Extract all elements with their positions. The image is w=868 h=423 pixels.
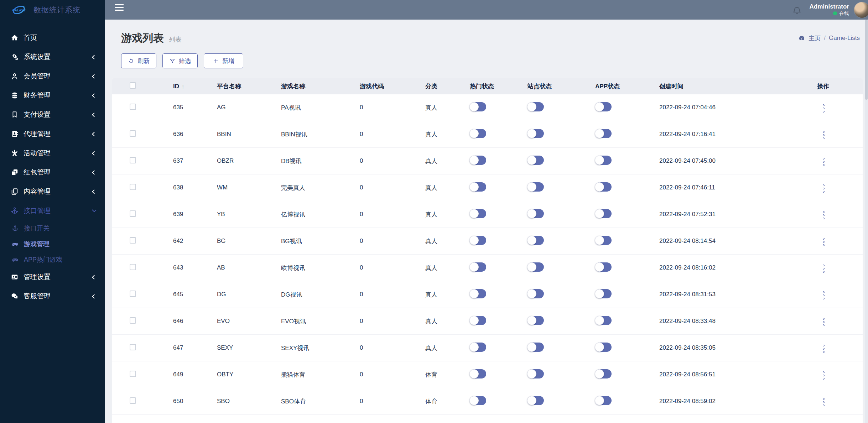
app-status-toggle[interactable] <box>595 343 612 352</box>
header-game[interactable]: 游戏名称 <box>281 82 360 90</box>
header-code[interactable]: 游戏代码 <box>360 82 425 90</box>
app-status-toggle[interactable] <box>595 102 612 111</box>
sidebar-item-接口管理[interactable]: 接口管理 <box>0 201 105 220</box>
sidebar-item-财务管理[interactable]: 财务管理 <box>0 86 105 105</box>
row-checkbox[interactable] <box>130 317 136 324</box>
row-actions-kebab-icon[interactable] <box>819 156 828 168</box>
app-status-toggle[interactable] <box>595 236 612 245</box>
row-checkbox[interactable] <box>130 371 136 377</box>
site-status-toggle[interactable] <box>527 316 544 325</box>
cell-code: 0 <box>360 344 425 351</box>
header-id[interactable]: ID↑ <box>173 83 217 90</box>
hot-status-toggle[interactable] <box>470 343 486 352</box>
hot-status-toggle[interactable] <box>470 396 486 405</box>
hot-status-toggle[interactable] <box>470 262 486 272</box>
row-checkbox[interactable] <box>130 291 136 297</box>
content-scrollbar[interactable] <box>865 20 868 423</box>
row-actions-kebab-icon[interactable] <box>819 182 828 195</box>
site-status-toggle[interactable] <box>527 209 544 218</box>
sidebar-item-游戏管理[interactable]: 游戏管理 <box>0 236 105 252</box>
notification-bell-icon[interactable] <box>792 6 802 15</box>
refresh-button[interactable]: 刷新 <box>121 53 156 68</box>
hot-status-toggle[interactable] <box>470 289 486 298</box>
hot-status-toggle[interactable] <box>470 102 486 111</box>
row-checkbox[interactable] <box>130 264 136 270</box>
hot-status-toggle[interactable] <box>470 129 486 138</box>
app-status-toggle[interactable] <box>595 156 612 165</box>
sidebar-item-代理管理[interactable]: 代理管理 <box>0 124 105 143</box>
sidebar-item-接口开关[interactable]: 接口开关 <box>0 220 105 236</box>
row-actions-kebab-icon[interactable] <box>819 396 828 408</box>
row-checkbox[interactable] <box>130 130 136 137</box>
row-actions-kebab-icon[interactable] <box>819 209 828 221</box>
sidebar-item-管理设置[interactable]: 管理设置 <box>0 267 105 287</box>
hot-status-toggle[interactable] <box>470 156 486 165</box>
hamburger-menu-icon[interactable] <box>115 4 124 11</box>
header-actions: 操作 <box>817 82 863 90</box>
row-actions-kebab-icon[interactable] <box>819 262 828 275</box>
sidebar-item-系统设置[interactable]: 系统设置 <box>0 47 105 67</box>
row-checkbox[interactable] <box>130 344 136 350</box>
row-checkbox[interactable] <box>130 237 136 244</box>
sidebar-item-客服管理[interactable]: 客服管理 <box>0 287 105 306</box>
row-checkbox[interactable] <box>130 157 136 163</box>
header-site-status[interactable]: 站点状态 <box>527 82 595 90</box>
hot-status-toggle[interactable] <box>470 316 486 325</box>
row-actions-kebab-icon[interactable] <box>819 369 828 382</box>
app-status-toggle[interactable] <box>595 396 612 405</box>
row-actions-kebab-icon[interactable] <box>819 289 828 302</box>
sidebar-item-红包管理[interactable]: 红包管理 <box>0 163 105 182</box>
sidebar-item-会员管理[interactable]: 会员管理 <box>0 67 105 86</box>
sidebar-item-活动管理[interactable]: 活动管理 <box>0 143 105 163</box>
site-status-toggle[interactable] <box>527 369 544 378</box>
app-status-toggle[interactable] <box>595 209 612 218</box>
header-created[interactable]: 创建时间 <box>659 82 817 90</box>
sidebar-item-支付设置[interactable]: 支付设置 <box>0 105 105 124</box>
hot-status-toggle[interactable] <box>470 236 486 245</box>
select-all-checkbox[interactable] <box>130 82 136 89</box>
hot-status-toggle[interactable] <box>470 182 486 192</box>
row-checkbox[interactable] <box>130 104 136 110</box>
row-checkbox[interactable] <box>130 210 136 217</box>
sidebar-item-首页[interactable]: 首页 <box>0 28 105 47</box>
site-status-toggle[interactable] <box>527 156 544 165</box>
sidebar-item-APP热门游戏[interactable]: APP热门游戏 <box>0 252 105 267</box>
gears-icon <box>11 53 19 61</box>
app-status-toggle[interactable] <box>595 289 612 298</box>
row-checkbox[interactable] <box>130 184 136 190</box>
user-meta[interactable]: Administrator 在线 <box>810 3 849 17</box>
site-status-toggle[interactable] <box>527 396 544 405</box>
site-status-toggle[interactable] <box>527 182 544 192</box>
row-actions-kebab-icon[interactable] <box>819 343 828 355</box>
scrollbar-thumb[interactable] <box>865 20 868 100</box>
site-status-toggle[interactable] <box>527 262 544 272</box>
row-actions-kebab-icon[interactable] <box>819 316 828 328</box>
row-checkbox[interactable] <box>130 397 136 404</box>
row-actions-kebab-icon[interactable] <box>819 102 828 115</box>
app-status-toggle[interactable] <box>595 316 612 325</box>
hot-status-toggle[interactable] <box>470 369 486 378</box>
avatar[interactable] <box>854 2 868 18</box>
site-status-toggle[interactable] <box>527 102 544 111</box>
filter-button[interactable]: 筛选 <box>162 53 198 68</box>
app-status-toggle[interactable] <box>595 369 612 378</box>
app-status-toggle[interactable] <box>595 262 612 272</box>
sidebar-item-内容管理[interactable]: 内容管理 <box>0 182 105 201</box>
site-status-toggle[interactable] <box>527 289 544 298</box>
header-hot-status[interactable]: 热门状态 <box>470 82 527 90</box>
header-category[interactable]: 分类 <box>425 82 470 90</box>
header-platform[interactable]: 平台名称 <box>217 82 281 90</box>
header-app-status[interactable]: APP状态 <box>595 82 659 90</box>
row-actions-kebab-icon[interactable] <box>819 236 828 248</box>
cell-created: 2022-09-24 07:16:41 <box>659 131 817 138</box>
add-button[interactable]: 新增 <box>204 53 243 68</box>
site-status-toggle[interactable] <box>527 343 544 352</box>
site-status-toggle[interactable] <box>527 236 544 245</box>
app-status-toggle[interactable] <box>595 182 612 192</box>
hot-status-toggle[interactable] <box>470 209 486 218</box>
row-actions-kebab-icon[interactable] <box>819 129 828 141</box>
site-status-toggle[interactable] <box>527 129 544 138</box>
breadcrumb-current[interactable]: Game-Lists <box>829 35 860 42</box>
app-status-toggle[interactable] <box>595 129 612 138</box>
breadcrumb-home-link[interactable]: 主页 <box>809 34 821 42</box>
